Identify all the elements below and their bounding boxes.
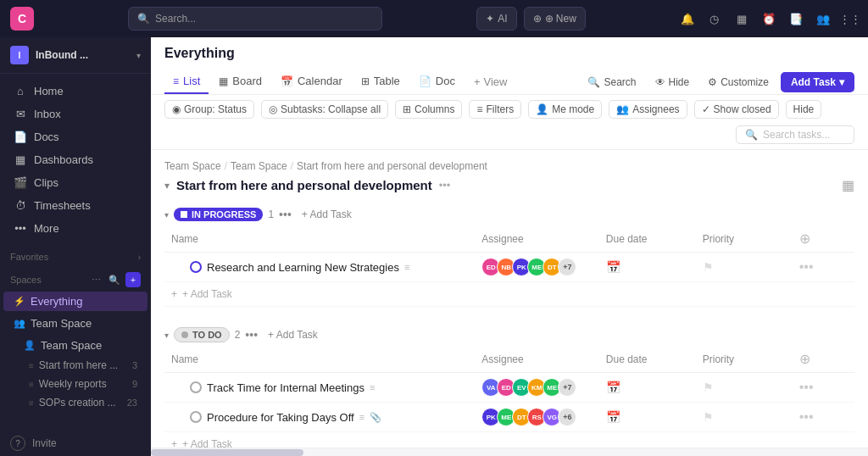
task-subtasks-icon[interactable]: ≡ — [370, 382, 375, 392]
team-space-dots-button[interactable]: ••• — [118, 316, 129, 330]
add-col-icon[interactable]: ⊕ — [799, 231, 810, 246]
section-layout-toggle[interactable]: ▦ — [842, 177, 854, 193]
todo-dots-button[interactable]: ••• — [245, 328, 258, 342]
in-progress-dots-button[interactable]: ••• — [279, 208, 292, 221]
filters-button[interactable]: ≡ Filters — [469, 100, 521, 119]
task-row-actions-button[interactable]: ••• — [799, 409, 814, 424]
assignee-avatars[interactable]: VA ED EV KM ME +7 — [481, 378, 593, 397]
app-logo[interactable]: C — [10, 7, 34, 31]
sub-item-sops-creation[interactable]: ≡ SOPs creation ... 23 — [3, 394, 147, 411]
team-dots-button[interactable]: ••• — [118, 338, 129, 352]
breadcrumb-team-space-2[interactable]: Team Space — [231, 160, 287, 172]
bookmark-icon[interactable]: 📑 — [788, 11, 804, 26]
tab-list[interactable]: ≡ List — [164, 70, 209, 94]
task-status-dot[interactable] — [190, 411, 202, 423]
due-date-icon[interactable]: 📅 — [606, 410, 620, 424]
tab-add-view[interactable]: + View — [465, 70, 516, 93]
sidebar-item-clips[interactable]: 🎬 Clips — [3, 171, 147, 193]
task-status-dot[interactable] — [190, 261, 202, 273]
todo-add-task-button[interactable]: + Add Task — [263, 327, 323, 342]
group-status-button[interactable]: ◉ Group: Status — [164, 100, 254, 119]
spaces-search-button[interactable]: ⋯ — [88, 272, 103, 287]
spaces-team-space[interactable]: 👥 Team Space ••• + — [3, 313, 147, 333]
sidebar-item-more[interactable]: ••• More — [3, 217, 147, 239]
ai-button[interactable]: ✦ AI — [476, 7, 516, 31]
favorites-chevron-icon[interactable]: › — [138, 253, 141, 262]
tab-calendar[interactable]: 📅 Calendar — [272, 70, 351, 94]
invite-row[interactable]: ? Invite — [0, 431, 151, 456]
assignee-avatars[interactable]: PK ME DT RS VG +6 — [481, 408, 593, 426]
list-tab-icon: ≡ — [173, 75, 179, 87]
show-closed-button[interactable]: ✓ Show closed — [694, 100, 779, 119]
sidebar-item-timesheets[interactable]: ⏱ Timesheets — [3, 194, 147, 216]
hide-toolbar-button[interactable]: Hide — [786, 100, 822, 119]
assignee-avatars[interactable]: ED NB PK ME DT +7 — [481, 258, 593, 276]
task-attachment-icon[interactable]: 📎 — [370, 412, 381, 423]
sidebar-item-home[interactable]: ⌂ Home — [3, 80, 147, 102]
sidebar-nav: ⌂ Home ✉ Inbox 📄 Docs ▦ Dashboards 🎬 Cli… — [0, 74, 151, 245]
spaces-team[interactable]: 👤 Team Space ••• + — [3, 335, 147, 355]
task-search[interactable]: 🔍 Search tasks... — [736, 125, 854, 144]
task-name[interactable]: Research and Learning New Strategies — [207, 261, 399, 274]
columns-button[interactable]: ⊞ Columns — [395, 100, 462, 119]
tab-doc[interactable]: 📄 Doc — [410, 70, 464, 94]
priority-flag-icon[interactable]: ⚑ — [703, 410, 714, 424]
col-name-header: Name — [164, 346, 475, 373]
spaces-everything[interactable]: ⚡ Everything — [3, 292, 147, 311]
priority-flag-icon[interactable]: ⚑ — [703, 381, 714, 394]
workspace-header[interactable]: I InBound ... ▾ — [0, 37, 151, 74]
due-date-icon[interactable]: 📅 — [606, 260, 620, 274]
apps-icon[interactable]: ⋮⋮ — [843, 11, 858, 26]
add-task-inline-button[interactable]: + + Add Task — [171, 436, 848, 448]
sidebar-item-dashboards[interactable]: ▦ Dashboards — [3, 148, 147, 170]
in-progress-add-task-button[interactable]: + Add Task — [297, 207, 357, 222]
notification-icon[interactable]: 🔔 — [680, 11, 695, 26]
customize-action-button[interactable]: ⚙ Customize — [701, 72, 776, 92]
sidebar-item-docs[interactable]: 📄 Docs — [3, 125, 147, 147]
workspace-chevron-icon[interactable]: ▾ — [136, 51, 141, 60]
sub-item-start-from-here[interactable]: ≡ Start from here ... 3 — [3, 357, 147, 374]
task-subtasks-icon[interactable]: ≡ — [359, 412, 364, 422]
in-progress-toggle[interactable]: ▾ — [164, 210, 169, 220]
horizontal-scrollbar[interactable] — [151, 448, 868, 456]
section-title-dots-button[interactable]: ••• — [439, 179, 451, 192]
hide-action-button[interactable]: 👁 Hide — [648, 72, 697, 92]
scrollbar-thumb[interactable] — [151, 449, 303, 456]
add-task-button[interactable]: Add Task ▾ — [781, 72, 854, 92]
task-subtasks-icon[interactable]: ≡ — [404, 262, 409, 272]
task-status-dot[interactable] — [190, 381, 202, 393]
task-name[interactable]: Procedure for Taking Days Off — [207, 411, 354, 424]
team-add-button[interactable]: + — [131, 338, 137, 352]
spaces-search-icon-btn[interactable]: 🔍 — [107, 272, 122, 287]
sidebar-item-inbox[interactable]: ✉ Inbox — [3, 103, 147, 125]
add-task-inline-button[interactable]: + + Add Task — [171, 286, 848, 303]
global-search[interactable]: 🔍 Search... — [128, 7, 382, 31]
breadcrumb-team-space[interactable]: Team Space — [164, 160, 221, 172]
todo-toggle[interactable]: ▾ — [164, 331, 169, 340]
in-progress-badge[interactable]: IN PROGRESS — [174, 208, 263, 221]
task-row-actions-button[interactable]: ••• — [799, 380, 814, 394]
subtasks-button[interactable]: ◎ Subtasks: Collapse all — [261, 100, 388, 119]
section-collapse-icon[interactable]: ▾ — [164, 180, 170, 192]
grid-icon[interactable]: ▦ — [734, 11, 749, 26]
new-button[interactable]: ⊕ ⊕ New — [524, 7, 586, 31]
timer-icon[interactable]: ⏰ — [761, 11, 776, 26]
sidebar: I InBound ... ▾ ⌂ Home ✉ Inbox 📄 Docs ▦ … — [0, 37, 151, 456]
team-space-add-button[interactable]: + — [131, 316, 137, 330]
due-date-icon[interactable]: 📅 — [606, 381, 620, 394]
add-col-icon[interactable]: ⊕ — [799, 352, 810, 366]
clock-icon[interactable]: ◷ — [707, 11, 722, 26]
task-row-actions-button[interactable]: ••• — [799, 259, 814, 274]
task-name[interactable]: Track Time for Internal Meetings — [207, 381, 364, 394]
users-icon[interactable]: 👥 — [815, 11, 831, 26]
me-mode-button[interactable]: 👤 Me mode — [528, 100, 602, 119]
todo-badge[interactable]: TO DO — [174, 327, 230, 342]
sub-item-weekly-reports[interactable]: ≡ Weekly reports 9 — [3, 375, 147, 392]
tab-table[interactable]: ⊞ Table — [353, 70, 409, 94]
sub-item-dots-icon: ≡ — [29, 398, 34, 408]
spaces-add-button[interactable]: + — [125, 272, 141, 287]
tab-board[interactable]: ▦ Board — [210, 70, 270, 94]
assignees-button[interactable]: 👥 Assignees — [609, 100, 687, 119]
priority-flag-icon[interactable]: ⚑ — [703, 260, 714, 274]
search-action-button[interactable]: 🔍 Search — [581, 72, 643, 92]
